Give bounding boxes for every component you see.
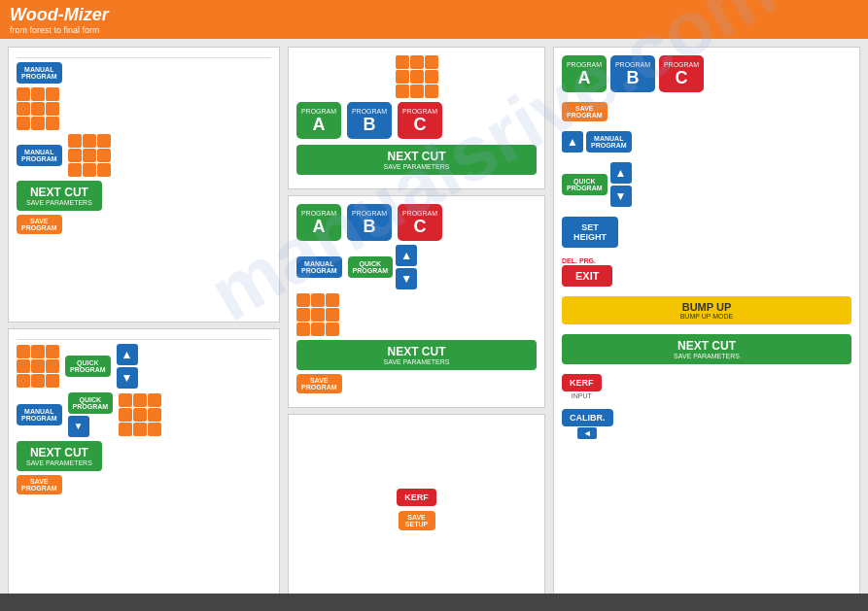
tm2-row-grid — [296, 293, 537, 336]
next-cut-button-tm2[interactable]: NEXT CUT SAVE PARAMETERS — [296, 340, 537, 370]
right-row-manual: ▲ MANUALPROGRAM — [562, 131, 851, 153]
quick-program-button-right[interactable]: QUICKPROGRAM — [562, 174, 608, 195]
right-row-programs: PROGRAM A PROGRAM B PROGRAM C — [562, 55, 851, 92]
grid-buttons-tm1 — [396, 55, 438, 98]
grid-buttons-1 — [17, 87, 59, 130]
program-c-button-right[interactable]: PROGRAM C — [659, 55, 704, 92]
grid-cell — [46, 102, 59, 116]
grid-cell — [296, 293, 310, 307]
program-b-button-tm1[interactable]: PROGRAM B — [347, 102, 392, 139]
manual-program-button-tm2[interactable]: MANUALPROGRAM — [296, 256, 342, 278]
arrow-up-button-tm2[interactable]: ▲ — [396, 245, 417, 266]
save-setup-button[interactable]: SAVESETUP — [399, 511, 435, 530]
manual-program-button[interactable]: MANUALPROGRAM — [17, 62, 62, 84]
calibr-button[interactable]: CALIBR. — [562, 409, 613, 426]
prog-c-label-right: PROGRAM — [664, 61, 699, 68]
grid-cell — [133, 423, 147, 436]
bottom-mid-panel: KERF SAVESETUP — [288, 414, 545, 603]
arrow-up-right[interactable]: ▲ — [610, 162, 632, 184]
next-cut-button-right[interactable]: NEXT CUT SAVE PARAMETERS — [562, 334, 851, 364]
save-program-button-tm2[interactable]: SAVEPROGRAM — [296, 374, 342, 393]
grid-cell — [326, 322, 339, 336]
manual-program-button-right[interactable]: MANUALPROGRAM — [586, 131, 632, 153]
program-a-button-tm2[interactable]: PROGRAM A — [296, 204, 341, 241]
header: Wood-Mizer from forest to final form — [0, 0, 868, 39]
arrow-up-button-right[interactable]: ▲ — [562, 131, 583, 153]
grid-buttons-bl1 — [17, 345, 59, 388]
tl-row-nextcut: NEXT CUT SAVE PARAMETERS — [17, 181, 271, 211]
kerf-button[interactable]: KERF — [397, 489, 436, 506]
grid-cell — [148, 408, 161, 422]
next-cut-sublabel-tm1: SAVE PARAMETERS — [306, 163, 527, 170]
right-row-bumpup: BUMP UP BUMP UP MODE — [562, 296, 851, 324]
grid-cell — [83, 134, 96, 148]
next-cut-button-tm1[interactable]: NEXT CUT SAVE PARAMETERS — [296, 145, 537, 175]
program-c-button-tm2[interactable]: PROGRAM C — [398, 204, 442, 241]
right-row-kerf: KERF INPUT — [562, 374, 851, 399]
program-a-button-right[interactable]: PROGRAM A — [562, 55, 607, 92]
set-height-button[interactable]: SETHEIGHT — [562, 217, 618, 248]
grid-cell — [311, 322, 325, 336]
arrow-up-button-bl1[interactable]: ▲ — [117, 344, 138, 365]
bl-row-nextcut: NEXT CUT SAVE PARAMETERS — [17, 441, 271, 471]
bump-up-button[interactable]: BUMP UP BUMP UP MODE — [562, 296, 851, 324]
grid-cell — [396, 70, 409, 84]
tl-section-label — [17, 55, 271, 58]
grid-cell — [396, 55, 409, 69]
top-mid-panel2: PROGRAM A PROGRAM B PROGRAM C MANUALPROG… — [288, 195, 545, 408]
prog-b-label-right: PROGRAM — [615, 61, 650, 68]
grid-cell — [148, 423, 161, 436]
grid-cell — [17, 117, 30, 130]
program-b-button-tm2[interactable]: PROGRAM B — [347, 204, 392, 241]
arrow-down-right[interactable]: ▼ — [610, 186, 632, 207]
grid-cell — [46, 359, 59, 373]
grid-cell — [410, 55, 424, 69]
next-cut-button-bl[interactable]: NEXT CUT SAVE PARAMETERS — [17, 441, 102, 471]
col-left: MANUALPROGRAM MANUALPROGRAM — [8, 47, 280, 603]
tm-row-grid — [296, 55, 537, 98]
arrow-down-button-tm2[interactable]: ▼ — [396, 268, 417, 289]
arrow-down-button-bl1[interactable]: ▼ — [117, 367, 138, 389]
save-program-button-bl[interactable]: SAVEPROGRAM — [17, 475, 62, 494]
grid-cell — [31, 345, 45, 358]
grid-cell — [17, 374, 30, 388]
exit-button[interactable]: EXIT — [562, 265, 612, 287]
save-program-button-tl[interactable]: SAVEPROGRAM — [17, 215, 62, 234]
grid-buttons-2 — [68, 134, 111, 177]
program-c-button-tm1[interactable]: PROGRAM C — [398, 102, 442, 139]
grid-cell — [97, 134, 111, 148]
next-cut-label-tm2: NEXT CUT — [306, 345, 527, 358]
manual-program-button-bl[interactable]: MANUALPROGRAM — [17, 404, 62, 425]
brand-tagline: from forest to final form — [10, 25, 109, 35]
tm2-row-programs: PROGRAM A PROGRAM B PROGRAM C — [296, 204, 537, 241]
grid-cell — [311, 293, 325, 307]
kerf-button-right[interactable]: KERF — [562, 374, 602, 391]
next-cut-sublabel-bl: SAVE PARAMETERS — [26, 459, 92, 466]
program-a-button-tm1[interactable]: PROGRAM A — [296, 102, 341, 139]
grid-cell — [119, 408, 132, 422]
quick-program-button-bl1[interactable]: QUICKPROGRAM — [65, 356, 111, 377]
grid-cell — [68, 134, 82, 148]
prog-a-label: PROGRAM — [301, 108, 336, 115]
next-cut-button-tl[interactable]: NEXT CUT SAVE PARAMETERS — [17, 181, 102, 211]
grid-cell — [46, 87, 59, 101]
bump-up-main-label: BUMP UP — [572, 301, 842, 313]
grid-buttons-bl2 — [119, 393, 161, 436]
next-cut-label: NEXT CUT — [26, 186, 92, 199]
tm2-row-nextcut: NEXT CUT SAVE PARAMETERS — [296, 340, 537, 370]
grid-cell — [83, 149, 96, 162]
grid-cell — [17, 102, 30, 116]
manual-program-button-2[interactable]: MANUALPROGRAM — [17, 145, 62, 166]
prog-c-label-tm2: PROGRAM — [402, 210, 437, 217]
calibr-icon: ◄ — [583, 428, 592, 438]
grid-cell — [97, 163, 111, 177]
right-row-calibr: CALIBR. ◄ — [562, 409, 851, 439]
prog-a-label-tm2: PROGRAM — [301, 210, 336, 217]
quick-program-button-tm2[interactable]: QUICKPROGRAM — [348, 256, 394, 278]
program-b-button-right[interactable]: PROGRAM B — [610, 55, 655, 92]
quick-program-button-bl2[interactable]: QUICKPROGRAM — [68, 392, 114, 414]
col-mid: PROGRAM A PROGRAM B PROGRAM C NEXT CUT S… — [288, 47, 545, 603]
save-program-button-right[interactable]: SAVEPROGRAM — [562, 102, 608, 121]
grid-cell — [326, 293, 339, 307]
top-left-panel: MANUALPROGRAM MANUALPROGRAM — [8, 47, 280, 322]
